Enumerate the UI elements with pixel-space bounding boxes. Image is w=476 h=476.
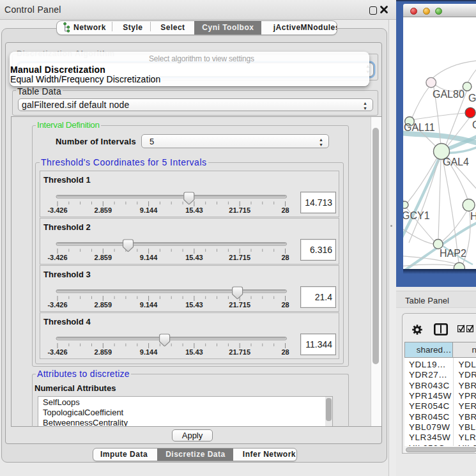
svg-text:15.43: 15.43 <box>185 254 203 261</box>
svg-text:2.859: 2.859 <box>95 301 112 309</box>
svg-text:-3.426: -3.426 <box>47 254 67 261</box>
svg-text:28: 28 <box>281 254 289 261</box>
svg-text:21.715: 21.715 <box>229 301 250 309</box>
svg-text:28: 28 <box>281 301 289 309</box>
svg-text:9.144: 9.144 <box>140 348 158 356</box>
svg-text:2.859: 2.859 <box>95 254 112 261</box>
svg-text:H: H <box>470 211 476 222</box>
svg-text:9.144: 9.144 <box>140 206 158 214</box>
svg-text:-3.426: -3.426 <box>47 348 67 356</box>
svg-text:2.859: 2.859 <box>95 206 112 214</box>
svg-text:9.144: 9.144 <box>140 254 158 261</box>
svg-text:15.43: 15.43 <box>185 348 203 356</box>
svg-text:GAL80: GAL80 <box>433 89 464 100</box>
svg-text:HAP2: HAP2 <box>440 248 466 259</box>
svg-text:GAL11: GAL11 <box>404 122 435 133</box>
svg-text:9.144: 9.144 <box>140 301 158 309</box>
svg-text:GAL4: GAL4 <box>443 157 469 167</box>
svg-text:15.43: 15.43 <box>185 206 203 214</box>
svg-text:28: 28 <box>281 206 289 214</box>
svg-text:2.859: 2.859 <box>95 348 112 356</box>
svg-text:-3.426: -3.426 <box>47 301 67 309</box>
svg-text:GCY1: GCY1 <box>403 210 430 221</box>
svg-text:C: C <box>472 119 476 130</box>
svg-text:21.715: 21.715 <box>229 206 250 214</box>
svg-text:15.43: 15.43 <box>185 301 203 309</box>
svg-text:21.715: 21.715 <box>229 348 250 356</box>
svg-text:-3.426: -3.426 <box>47 206 67 214</box>
svg-text:28: 28 <box>281 348 289 356</box>
svg-text:21.715: 21.715 <box>229 254 250 261</box>
svg-text:GA: GA <box>468 93 476 104</box>
